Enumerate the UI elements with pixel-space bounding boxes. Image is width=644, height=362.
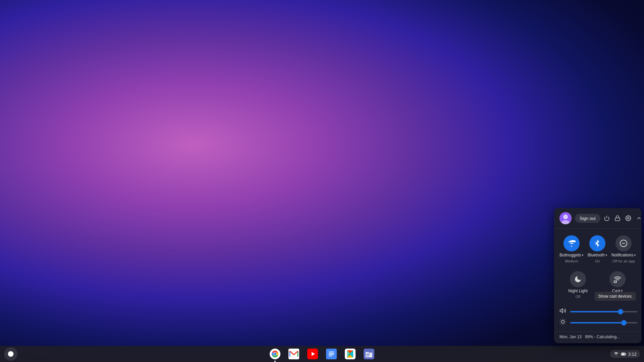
svg-rect-31: [326, 349, 337, 359]
volume-thumb[interactable]: [618, 309, 623, 314]
wifi-sublabel: Medium: [565, 259, 578, 263]
quick-settings-panel: Sign out: [554, 208, 641, 343]
taskbar-app-gmail[interactable]: [286, 346, 302, 362]
svg-line-16: [565, 323, 565, 324]
svg-rect-4: [615, 218, 620, 221]
sliders-section: [554, 304, 641, 331]
svg-rect-43: [622, 353, 625, 355]
gmail-icon: [288, 349, 299, 359]
taskbar-app-youtube[interactable]: [305, 346, 321, 362]
svg-rect-32: [329, 352, 334, 352]
taskbar: 3:12: [0, 346, 644, 362]
svg-rect-38: [366, 354, 370, 354]
brightness-slider-row: [558, 317, 637, 328]
bluetooth-arrow: ▾: [605, 253, 607, 257]
play-store-icon: [345, 349, 356, 359]
docs-icon: [326, 349, 337, 359]
bluetooth-sublabel: On: [595, 259, 600, 263]
power-icon[interactable]: [604, 215, 610, 221]
taskbar-right: 3:12: [610, 350, 640, 358]
tray-wifi-icon: [613, 351, 619, 357]
notifications-toggle[interactable]: Notifications ▾ Off for an app: [610, 233, 637, 265]
cast-toggle[interactable]: Cast ▾ Show cast devices.: [598, 268, 637, 301]
night-light-label: Night Light: [568, 289, 587, 293]
taskbar-left: [4, 347, 20, 361]
bluetooth-label: Bluetooth: [588, 253, 605, 257]
wifi-arrow: ▾: [582, 253, 584, 257]
notifications-label: Notifications: [611, 253, 633, 257]
launcher-button[interactable]: [4, 347, 17, 361]
panel-header: Sign out: [554, 208, 641, 229]
night-light-sublabel: Off: [576, 295, 580, 299]
svg-line-15: [561, 320, 561, 320]
wifi-toggle[interactable]: Buttnuggets ▾ Medium: [558, 233, 585, 265]
brightness-fill: [570, 322, 624, 323]
svg-point-1: [563, 215, 568, 219]
collapse-icon[interactable]: [636, 215, 641, 221]
svg-rect-39: [366, 355, 370, 355]
bluetooth-toggle[interactable]: Bluetooth ▾ On: [585, 233, 610, 265]
night-light-toggle[interactable]: Night Light Off: [558, 268, 598, 301]
toggle-grid-row2: Night Light Off Cast ▾ Show cast device: [554, 267, 641, 304]
system-tray[interactable]: 3:12: [610, 350, 640, 358]
volume-slider-row: [558, 306, 637, 317]
svg-point-5: [627, 218, 629, 219]
notifications-arrow: ▾: [634, 253, 636, 257]
wifi-toggle-btn[interactable]: [564, 235, 580, 251]
svg-rect-33: [329, 353, 334, 354]
toggle-grid-row1: Buttnuggets ▾ Medium Bluetooth ▾ On: [554, 229, 641, 267]
chrome-active-dot: [274, 361, 276, 362]
svg-rect-34: [329, 354, 334, 355]
svg-point-41: [616, 356, 616, 356]
settings-icon[interactable]: [625, 215, 631, 221]
volume-fill: [570, 311, 621, 312]
taskbar-center: [267, 346, 377, 362]
cast-label: Cast: [612, 289, 621, 293]
cast-toggle-btn[interactable]: [609, 271, 626, 287]
panel-header-icons: [604, 215, 641, 221]
svg-point-6: [571, 246, 572, 247]
svg-point-12: [561, 320, 564, 323]
taskbar-app-chrome[interactable]: [267, 346, 283, 362]
sign-out-button[interactable]: Sign out: [575, 214, 600, 223]
files-icon: [364, 349, 374, 359]
chrome-icon: [270, 349, 280, 359]
tray-battery-icon: [621, 351, 626, 357]
avatar[interactable]: [559, 212, 572, 224]
brightness-track[interactable]: [570, 322, 637, 323]
svg-rect-9: [614, 281, 616, 283]
svg-rect-35: [329, 356, 332, 356]
svg-line-19: [561, 323, 561, 324]
svg-marker-11: [560, 309, 563, 313]
notifications-toggle-btn[interactable]: [615, 235, 632, 251]
cast-arrow: ▾: [621, 289, 623, 293]
panel-footer: Mon, Jan 13 99% - Calculating...: [554, 331, 641, 343]
tray-time: 3:12: [628, 352, 637, 357]
svg-rect-40: [366, 356, 369, 356]
youtube-icon: [307, 349, 318, 359]
lock-icon[interactable]: [614, 215, 621, 221]
volume-icon[interactable]: [558, 307, 568, 316]
taskbar-app-play[interactable]: [342, 346, 358, 362]
svg-line-20: [565, 320, 565, 320]
volume-track[interactable]: [570, 311, 637, 312]
taskbar-app-docs[interactable]: [323, 346, 339, 362]
date-display: Mon, Jan 13: [559, 335, 582, 339]
wifi-label: Buttnuggets: [559, 253, 581, 257]
brightness-thumb[interactable]: [621, 320, 627, 325]
svg-point-27: [274, 353, 276, 355]
taskbar-app-files[interactable]: [361, 346, 377, 362]
notifications-sublabel: Off for an app: [612, 259, 635, 263]
night-light-toggle-btn[interactable]: [570, 271, 586, 287]
brightness-icon[interactable]: [558, 318, 568, 327]
svg-point-21: [8, 351, 14, 357]
battery-status: 99% - Calculating...: [585, 335, 620, 339]
desktop-wallpaper: [0, 0, 644, 362]
bluetooth-toggle-btn[interactable]: [589, 235, 605, 251]
